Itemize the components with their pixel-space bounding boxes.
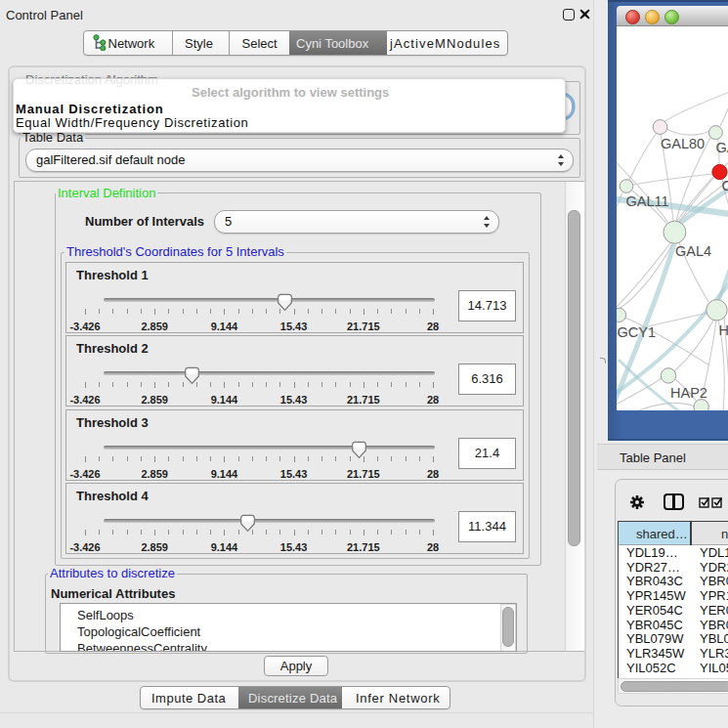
svg-text:H: H	[719, 322, 728, 338]
svg-text:GA: GA	[716, 140, 728, 155]
svg-text:GAL4: GAL4	[675, 243, 711, 259]
svg-text:GAL11: GAL11	[626, 193, 669, 209]
svg-text:GCY1: GCY1	[618, 324, 657, 340]
svg-text:GAL80: GAL80	[661, 136, 705, 151]
svg-text:C: C	[722, 178, 728, 193]
svg-text:HAP2: HAP2	[670, 385, 707, 401]
